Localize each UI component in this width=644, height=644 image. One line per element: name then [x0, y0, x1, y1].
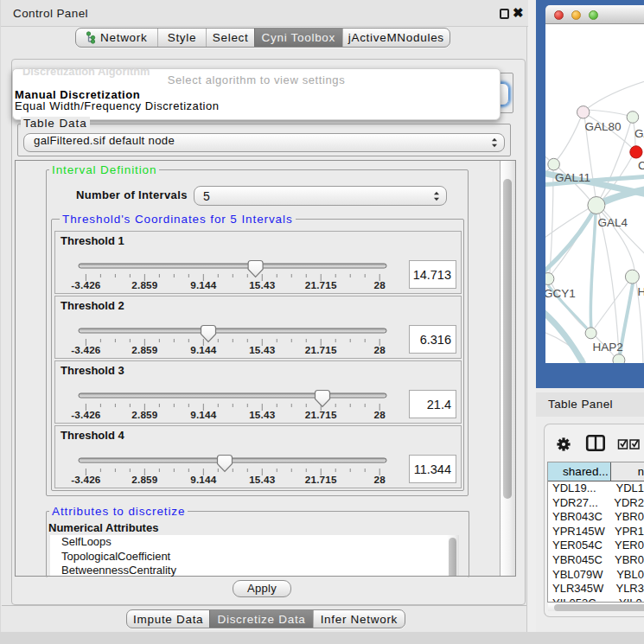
- svg-text:2.859: 2.859: [131, 409, 158, 420]
- svg-text:C: C: [638, 159, 644, 172]
- svg-text:2.859: 2.859: [131, 474, 158, 485]
- svg-text:21.715: 21.715: [305, 279, 337, 290]
- svg-text:9.144: 9.144: [190, 474, 217, 485]
- svg-text:GAL80: GAL80: [584, 120, 621, 133]
- svg-text:15.43: 15.43: [249, 344, 276, 355]
- svg-text:GA: GA: [634, 127, 644, 140]
- svg-text:-3.426: -3.426: [71, 409, 101, 420]
- svg-text:28: 28: [373, 474, 386, 485]
- svg-text:GCY1: GCY1: [545, 287, 576, 300]
- svg-text:9.144: 9.144: [190, 409, 217, 420]
- svg-text:2.859: 2.859: [131, 279, 158, 290]
- svg-text:15.43: 15.43: [249, 474, 276, 485]
- svg-text:-3.426: -3.426: [71, 344, 101, 355]
- svg-text:15.43: 15.43: [249, 279, 276, 290]
- svg-text:28: 28: [373, 279, 386, 290]
- svg-text:9.144: 9.144: [190, 279, 217, 290]
- svg-text:15.43: 15.43: [249, 409, 276, 420]
- svg-text:GAL11: GAL11: [555, 171, 590, 184]
- svg-text:GAL4: GAL4: [598, 216, 628, 229]
- svg-text:21.715: 21.715: [305, 474, 337, 485]
- svg-text:21.715: 21.715: [305, 409, 337, 420]
- svg-text:-3.426: -3.426: [71, 474, 101, 485]
- svg-text:-3.426: -3.426: [71, 279, 101, 290]
- svg-text:HAP2: HAP2: [593, 341, 623, 354]
- svg-text:28: 28: [373, 409, 386, 420]
- svg-text:28: 28: [373, 344, 386, 355]
- svg-text:H: H: [638, 285, 644, 298]
- svg-text:9.144: 9.144: [190, 344, 217, 355]
- svg-text:2.859: 2.859: [131, 344, 158, 355]
- svg-text:21.715: 21.715: [305, 344, 337, 355]
